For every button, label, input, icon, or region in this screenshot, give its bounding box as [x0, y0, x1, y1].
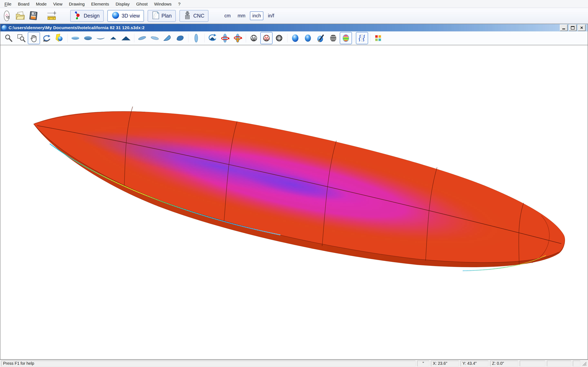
new-board-icon[interactable]: [1, 9, 14, 22]
plan-button-label: Plan: [162, 13, 172, 19]
close-button[interactable]: ×: [578, 25, 586, 31]
wireframe-sphere-icon[interactable]: [248, 32, 260, 44]
surfboard-3d-render: [0, 45, 588, 359]
document-title-bar[interactable]: C:\users\dennery\My Documents\hotelcalif…: [0, 24, 588, 31]
svg-text:0: 0: [53, 17, 54, 20]
window-controls: ×: [560, 25, 588, 31]
view-angle-2-icon[interactable]: [174, 32, 186, 44]
view-top-icon[interactable]: [69, 32, 81, 44]
curvature-sphere-icon[interactable]: [340, 32, 352, 44]
minimize-button[interactable]: [560, 25, 568, 31]
view-angle-icon[interactable]: [161, 32, 173, 44]
sphere-3d-icon: [112, 11, 120, 21]
shape3d-application-window: File Board Mode View Drawing Elements Di…: [0, 0, 588, 367]
zoom-icon[interactable]: [2, 32, 15, 44]
rotate-3d-icon[interactable]: [40, 32, 53, 44]
status-y-coordinate: Y: 43.4": [461, 361, 488, 366]
symmetry-compare-icon[interactable]: [356, 32, 368, 44]
view-side-icon[interactable]: [95, 32, 107, 44]
status-empty-cell-2: [547, 361, 571, 366]
view-perspective-left-icon[interactable]: [136, 32, 148, 44]
design-button-label: Design: [84, 13, 100, 19]
resize-grip-icon[interactable]: [581, 361, 587, 366]
unit-inch[interactable]: inch: [250, 11, 263, 20]
cnc-mode-button[interactable]: CNC: [180, 10, 208, 22]
cnc-button-label: CNC: [193, 13, 204, 19]
unit-cm[interactable]: cm: [222, 11, 233, 20]
board-document-window: C:\users\dennery\My Documents\hotelcalif…: [0, 24, 588, 360]
view-toolbar: [0, 31, 588, 45]
menu-board[interactable]: Board: [15, 0, 33, 8]
plan-sheet-icon: [152, 11, 159, 21]
cnc-tool-icon: [183, 11, 191, 21]
board-3d-viewport[interactable]: [0, 45, 588, 359]
shaded-sphere-2-icon[interactable]: [302, 32, 314, 44]
view-bottom-icon[interactable]: [82, 32, 94, 44]
menu-bar: File Board Mode View Drawing Elements Di…: [0, 0, 588, 8]
wireframe-design-sphere-icon[interactable]: [260, 32, 273, 44]
maximize-icon: [571, 26, 575, 30]
menu-elements[interactable]: Elements: [88, 0, 112, 8]
view-back-icon[interactable]: [120, 32, 132, 44]
design-mode-button[interactable]: Design: [70, 10, 104, 22]
unit-mm[interactable]: mm: [235, 11, 248, 20]
status-unit-cell: ": [417, 361, 429, 366]
status-empty-cell-3: [573, 361, 580, 366]
rotate-view-icon[interactable]: [206, 32, 218, 44]
measurements-icon[interactable]: 10: [46, 9, 59, 22]
minimize-icon: [562, 29, 565, 29]
contour-sphere-icon[interactable]: [327, 32, 339, 44]
shaded-sphere-icon[interactable]: [289, 32, 301, 44]
status-empty-cell-1: [520, 361, 545, 366]
paint-sphere-icon[interactable]: [314, 32, 327, 44]
menu-drawing[interactable]: Drawing: [66, 0, 88, 8]
document-sphere-icon: [2, 25, 7, 30]
menu-help[interactable]: ?: [175, 0, 184, 8]
pan-hand-icon[interactable]: [28, 32, 40, 44]
document-path-title: C:\users\dennery\My Documents\hotelcalif…: [9, 25, 145, 30]
view-3d-mode-button[interactable]: 3D view: [107, 10, 144, 22]
maximize-button[interactable]: [569, 25, 577, 31]
menu-display[interactable]: Display: [112, 0, 133, 8]
tile-windows-icon[interactable]: [372, 32, 384, 44]
menu-file[interactable]: File: [1, 0, 15, 8]
zoom-window-icon[interactable]: [15, 32, 27, 44]
status-bar: Press F1 for help " X: 23.6" Y: 43.4" Z:…: [0, 360, 588, 367]
main-toolbar: 10 Design 3D view Plan CNC cm mm inch in…: [0, 8, 588, 24]
svg-text:1: 1: [49, 17, 50, 20]
status-help-text: Press F1 for help: [1, 361, 415, 366]
status-x-coordinate: X: 23.6": [431, 361, 459, 366]
view-front-icon[interactable]: [107, 32, 120, 44]
unit-selector: cm mm inch in/f: [222, 11, 277, 20]
unit-inf[interactable]: in/f: [265, 11, 277, 20]
view3d-button-label: 3D view: [122, 13, 140, 19]
save-icon[interactable]: [27, 9, 40, 22]
menu-ghost[interactable]: Ghost: [133, 0, 151, 8]
view-plan-outline-icon[interactable]: [190, 32, 202, 44]
design-nodes-icon: [74, 11, 82, 21]
open-folder-icon[interactable]: [14, 9, 27, 22]
status-z-coordinate: Z: 0.0": [490, 361, 518, 366]
render-light-icon[interactable]: [53, 32, 65, 44]
view-perspective-right-icon[interactable]: [149, 32, 161, 44]
rotate-board-icon[interactable]: [219, 32, 231, 44]
close-icon: ×: [580, 26, 583, 30]
menu-windows[interactable]: Windows: [151, 0, 175, 8]
plan-mode-button[interactable]: Plan: [148, 10, 176, 22]
mesh-sphere-icon[interactable]: [273, 32, 285, 44]
menu-view[interactable]: View: [50, 0, 66, 8]
flip-board-icon[interactable]: [232, 32, 244, 44]
menu-mode[interactable]: Mode: [33, 0, 50, 8]
